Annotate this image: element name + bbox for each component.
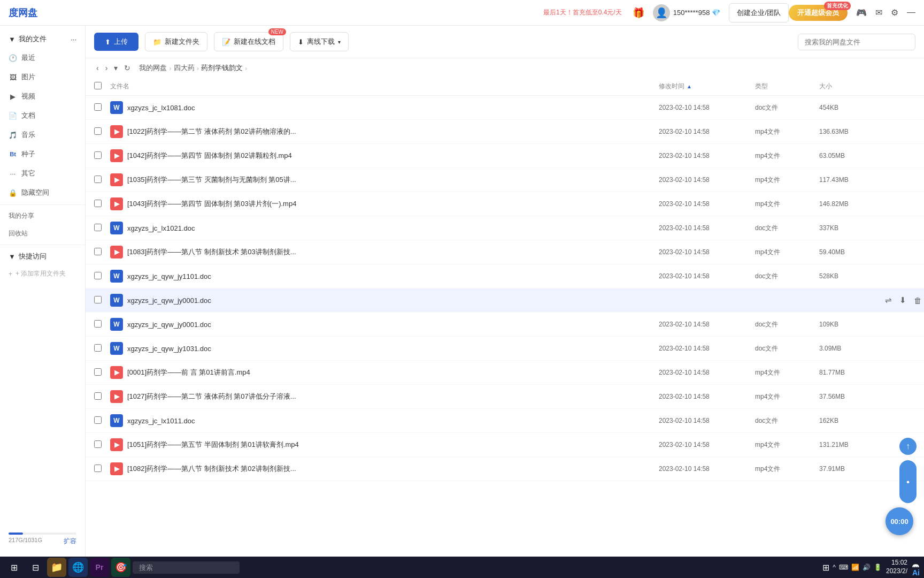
sidebar-item-other[interactable]: ··· 其它 <box>0 164 85 183</box>
taskbar-keyboard-icon[interactable]: ⌨ <box>839 564 848 571</box>
file-date: 2023-02-10 14:58 <box>659 393 755 400</box>
file-row[interactable]: W xgzyzs_jc_lx1081.doc 2023-02-10 14:58 … <box>86 96 924 120</box>
expand-btn[interactable]: 扩容 <box>64 537 76 546</box>
file-row[interactable]: W xgzyzs_jc_qyw_jy1031.doc 2023-02-10 14… <box>86 337 924 361</box>
upload-button[interactable]: ⬆ 上传 <box>94 33 138 51</box>
taskbar-grid-icon[interactable]: ⊞ <box>822 562 829 573</box>
file-row[interactable]: ▶ [1051]药剂学——第五节 半固体制剂 第01讲软膏剂.mp4 2023-… <box>86 433 924 457</box>
sidebar-item-recent[interactable]: 🕐 最近 <box>0 48 85 67</box>
storage-bar-fill <box>9 533 23 535</box>
back-button[interactable]: ‹ <box>94 63 101 73</box>
file-row[interactable]: ▶ [1043]药剂学——第四节 固体制剂 第03讲片剂(一).mp4 2023… <box>86 192 924 216</box>
mail-icon[interactable]: ✉ <box>875 7 882 18</box>
row-checkbox[interactable] <box>94 224 110 233</box>
sidebar-item-torrent[interactable]: Bt 种子 <box>0 144 85 164</box>
delete-btn[interactable]: 🗑 <box>912 294 923 307</box>
sidebar-item-music[interactable]: 🎵 音乐 <box>0 125 85 144</box>
taskbar-file-explorer[interactable]: 📁 <box>47 558 66 577</box>
sidebar-item-images[interactable]: 🖼 图片 <box>0 67 85 87</box>
music-icon: 🎵 <box>9 131 17 139</box>
file-row[interactable]: ▶ [1042]药剂学——第四节 固体制剂 第02讲颗粒剂.mp4 2023-0… <box>86 144 924 168</box>
task-view-button[interactable]: ⊟ <box>26 558 45 577</box>
new-folder-button[interactable]: 📁 新建文件夹 <box>145 32 207 51</box>
taskbar-app4[interactable]: 🎯 <box>111 558 130 577</box>
file-row[interactable]: ▶ [1083]药剂学——第八节 制剂新技术 第03讲制剂新技... 2023-… <box>86 240 924 264</box>
taskbar-caret-icon[interactable]: ^ <box>833 564 836 571</box>
row-checkbox[interactable] <box>94 103 110 112</box>
row-checkbox[interactable] <box>94 320 110 329</box>
content-area: ⬆ 上传 📁 新建文件夹 📝 新建在线文档 NEW ⬇ 离线下载 ▾ ‹ <box>86 26 924 557</box>
avatar[interactable]: 👤 <box>653 4 670 21</box>
sidebar-item-my-share[interactable]: 我的分享 <box>0 207 85 225</box>
file-row[interactable]: ▶ [1022]药剂学——第二节 液体药剂 第02讲药物溶液的... 2023-… <box>86 120 924 144</box>
my-files-section[interactable]: ▼ 我的文件 ··· <box>0 30 85 48</box>
row-checkbox[interactable] <box>94 127 110 136</box>
file-size: 59.40MB <box>819 248 883 256</box>
download-btn[interactable]: ⬇ <box>898 294 908 307</box>
quick-access-label: 快捷访问 <box>19 252 47 261</box>
row-checkbox[interactable] <box>94 248 110 257</box>
vip-button[interactable]: 开通超级会员 首充优化 <box>789 5 848 21</box>
row-checkbox[interactable] <box>94 368 110 377</box>
gift-icon[interactable]: 🎁 <box>633 7 644 19</box>
header-checkbox[interactable] <box>94 82 110 91</box>
refresh-button[interactable]: ↻ <box>122 63 133 73</box>
row-checkbox[interactable] <box>94 344 110 353</box>
row-checkbox[interactable] <box>94 416 110 425</box>
timer-float-btn[interactable]: 00:00 <box>886 507 913 535</box>
more-icon[interactable]: ··· <box>71 35 76 43</box>
username: 150*****958 <box>673 9 710 17</box>
share-btn[interactable]: ⇌ <box>883 294 894 307</box>
row-checkbox[interactable] <box>94 200 110 209</box>
add-folder-btn[interactable]: + + 添加常用文件夹 <box>0 265 85 282</box>
file-name-cell: W xgzyzs_jc_lx1081.doc <box>110 101 659 114</box>
start-button[interactable]: ⊞ <box>4 558 24 577</box>
taskbar-battery-icon[interactable]: 🔋 <box>874 564 882 571</box>
row-checkbox[interactable] <box>94 272 110 281</box>
offline-download-button[interactable]: ⬇ 离线下载 ▾ <box>290 32 349 51</box>
sidebar-item-recycle[interactable]: 回收站 <box>0 225 85 242</box>
sidebar-item-videos[interactable]: ▶ 视频 <box>0 87 85 106</box>
row-checkbox[interactable] <box>94 151 110 161</box>
taskbar-sound-icon[interactable]: 🔊 <box>863 564 871 571</box>
new-doc-button[interactable]: 📝 新建在线文档 NEW <box>214 32 283 51</box>
game-icon[interactable]: 🎮 <box>856 7 867 18</box>
row-checkbox[interactable] <box>94 296 110 305</box>
breadcrumb-root[interactable]: 我的网盘 <box>139 63 167 73</box>
folder-icon: 📁 <box>153 38 161 46</box>
scroll-top-btn[interactable]: ↑ <box>899 438 917 455</box>
search-input[interactable] <box>798 34 915 50</box>
row-checkbox[interactable] <box>94 176 110 185</box>
sort-icon[interactable]: ▲ <box>687 83 692 89</box>
file-row[interactable]: W xgzyzs_jc_qyw_jy0001.doc ⇌ ⬇ 🗑 ⬜ ⬛ ⬜ <box>86 288 924 313</box>
chevron-down-icon: ▼ <box>9 35 16 43</box>
sidebar-item-docs[interactable]: 📄 文档 <box>0 106 85 125</box>
file-row[interactable]: W xgzyzs_jc_lx1021.doc 2023-02-10 14:58 … <box>86 216 924 240</box>
settings-icon[interactable]: ⚙ <box>891 7 898 18</box>
taskbar-date: 2023/2/ <box>886 567 907 576</box>
sidebar-item-hidden[interactable]: 🔒 隐藏空间 <box>0 183 85 202</box>
file-row[interactable]: W xgzyzs_jc_qyw_jy0001.doc 2023-02-10 14… <box>86 313 924 337</box>
taskbar-browser[interactable]: 🌐 <box>68 558 88 577</box>
file-row[interactable]: ▶ [1027]药剂学——第二节 液体药剂 第07讲低分子溶液... 2023-… <box>86 385 924 409</box>
taskbar-search[interactable] <box>133 561 240 574</box>
file-row[interactable]: ▶ [0001]药剂学——前 言 第01讲前言.mp4 2023-02-10 1… <box>86 361 924 385</box>
row-checkbox[interactable] <box>94 465 110 474</box>
enterprise-btn[interactable]: 创建企业/团队 <box>729 3 789 22</box>
ai-label[interactable]: Ai <box>908 567 924 578</box>
minimize-icon[interactable]: — <box>907 7 915 18</box>
file-row[interactable]: W xgzyzs_jc_qyw_jy1101.doc 2023-02-10 14… <box>86 264 924 288</box>
dropdown-button[interactable]: ▾ <box>112 63 120 73</box>
row-checkbox[interactable] <box>94 392 110 401</box>
breadcrumb-folder1[interactable]: 四大药 <box>174 63 195 73</box>
row-checkbox[interactable] <box>94 440 110 450</box>
file-row[interactable]: ▶ [1035]药剂学——第三节 灭菌制剂与无菌制剂 第05讲... 2023-… <box>86 168 924 192</box>
taskbar-premiere[interactable]: Pr <box>90 558 109 577</box>
file-row[interactable]: ▶ [1082]药剂学——第八节 制剂新技术 第02讲制剂新技... 2023-… <box>86 457 924 481</box>
forward-button[interactable]: › <box>103 63 110 73</box>
file-type: mp4文件 <box>755 368 819 377</box>
quick-access-section[interactable]: ▼ 快捷访问 <box>0 247 85 265</box>
taskbar-wifi-icon[interactable]: 📶 <box>851 564 859 571</box>
file-row[interactable]: W xgzyzs_jc_lx1011.doc 2023-02-10 14:58 … <box>86 409 924 433</box>
side-float-btn[interactable]: ● <box>899 460 917 503</box>
